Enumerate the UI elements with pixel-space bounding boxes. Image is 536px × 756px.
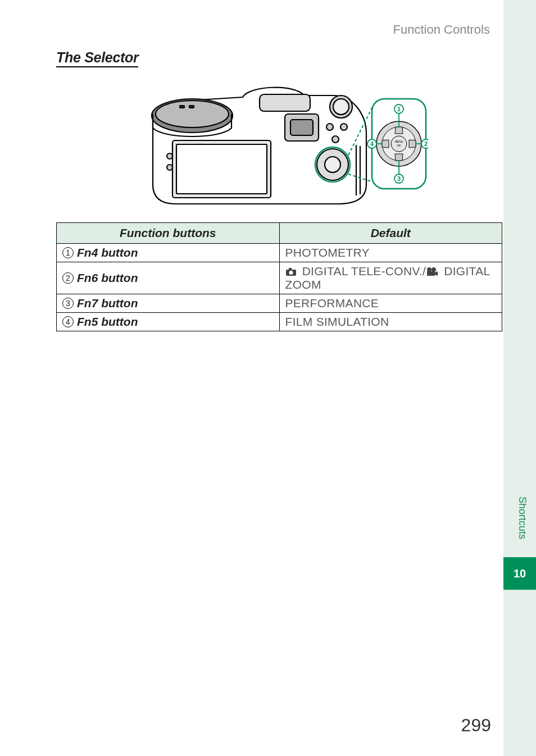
default-text: PERFORMANCE xyxy=(285,297,379,309)
table-row: 2Fn6 button DIGITAL TELE-CONV./ DIGITAL … xyxy=(57,262,502,294)
camera-icon xyxy=(285,267,297,276)
ok-label: OK xyxy=(397,144,401,147)
default-text: PHOTOMETRY xyxy=(285,246,370,259)
callout-1: 1 xyxy=(397,106,401,112)
table-row: 1Fn4 buttonPHOTOMETRY xyxy=(57,244,502,262)
menu-label: MENU xyxy=(395,140,403,143)
svg-rect-6 xyxy=(290,120,313,135)
fn-cell: 2Fn6 button xyxy=(57,262,280,294)
svg-point-37 xyxy=(289,271,293,275)
svg-point-17 xyxy=(325,157,340,172)
default-cell: DIGITAL TELE-CONV./ DIGITAL ZOOM xyxy=(279,262,502,294)
svg-rect-36 xyxy=(289,268,292,270)
circled-number: 2 xyxy=(62,272,74,284)
fn-cell: 4Fn5 button xyxy=(57,313,280,331)
table-header-fn: Function buttons xyxy=(57,223,280,244)
chapter-tab: 10 xyxy=(503,557,536,590)
default-cell: FILM SIMULATION xyxy=(279,313,502,331)
svg-point-13 xyxy=(332,136,339,143)
svg-rect-14 xyxy=(180,106,184,108)
sidebar-label: Shortcuts xyxy=(516,497,528,539)
table-row: 4Fn5 buttonFILM SIMULATION xyxy=(57,313,502,331)
section-title: The Selector xyxy=(56,49,138,67)
svg-rect-2 xyxy=(260,94,310,111)
circled-number: 1 xyxy=(62,247,74,258)
svg-rect-8 xyxy=(176,144,267,194)
svg-point-4 xyxy=(333,99,349,115)
default-cell: PERFORMANCE xyxy=(279,294,502,313)
fn-label: Fn5 button xyxy=(77,315,138,328)
svg-point-11 xyxy=(326,124,333,130)
fn-cell: 3Fn7 button xyxy=(57,294,280,313)
svg-point-38 xyxy=(427,267,431,272)
svg-rect-40 xyxy=(427,271,435,276)
svg-rect-15 xyxy=(189,106,194,108)
figure: MENU OK 1 2 3 4 xyxy=(56,83,502,212)
callout-2: 2 xyxy=(424,140,428,147)
header-section: Function Controls xyxy=(56,22,502,37)
table-header-default: Default xyxy=(279,223,502,244)
function-table: Function buttons Default 1Fn4 buttonPHOT… xyxy=(56,222,502,331)
movie-icon xyxy=(426,267,438,276)
circled-number: 4 xyxy=(62,316,74,327)
default-text: FILM SIMULATION xyxy=(285,315,389,328)
circled-number: 3 xyxy=(62,298,74,309)
page-number: 299 xyxy=(461,715,491,736)
svg-point-9 xyxy=(167,153,172,159)
fn-label: Fn7 button xyxy=(77,297,138,309)
fn-label: Fn6 button xyxy=(77,271,138,284)
default-cell: PHOTOMETRY xyxy=(279,244,502,262)
table-row: 3Fn7 buttonPERFORMANCE xyxy=(57,294,502,313)
fn-cell: 1Fn4 button xyxy=(57,244,280,262)
svg-point-10 xyxy=(167,165,172,170)
callout-4: 4 xyxy=(370,140,374,147)
svg-point-39 xyxy=(431,267,436,272)
svg-point-12 xyxy=(340,124,347,130)
fn-label: Fn4 button xyxy=(77,246,138,259)
svg-point-1 xyxy=(156,101,229,127)
callout-3: 3 xyxy=(397,175,401,182)
